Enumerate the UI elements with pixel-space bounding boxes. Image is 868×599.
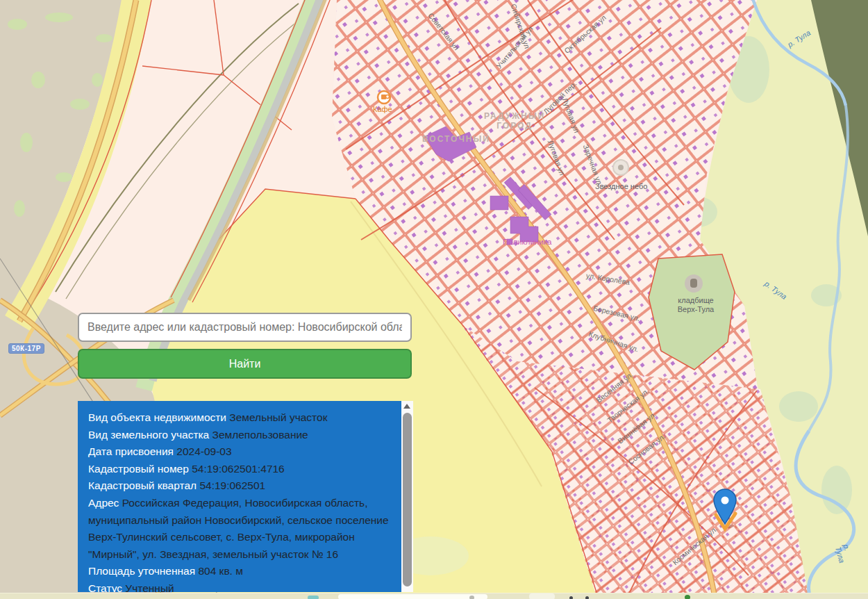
taskbar-icon: [529, 593, 555, 599]
parcel-info-text: Вид объекта недвижимости Земельный участ…: [78, 401, 401, 592]
taskbar-icon: [685, 595, 690, 599]
search-input[interactable]: [78, 313, 412, 342]
info-row-date: Дата присвоения 2024-09-03: [88, 443, 397, 461]
road-number-badge: 50К-17Р: [8, 343, 44, 354]
info-row-parcel-type: Вид земельного участка Землепользование: [88, 427, 397, 444]
panel-scrollbar[interactable]: [401, 401, 413, 592]
info-row-address: Адрес Российская Федерация, Новосибирска…: [88, 495, 397, 563]
info-row-status: Статус Учтенный: [88, 580, 397, 592]
taskbar-sliver: [0, 593, 868, 599]
scrollbar-thumb[interactable]: [403, 413, 412, 586]
info-row-cadastral-number: Кадастровый номер 54:19:062501:4716: [88, 461, 397, 478]
info-row-area: Площадь уточненная 804 кв. м: [88, 563, 397, 580]
taskbar-search-pill[interactable]: [338, 594, 487, 599]
taskbar-search-icon: [469, 596, 474, 599]
find-button[interactable]: Найти: [78, 349, 412, 379]
parcel-info-panel: Вид объекта недвижимости Земельный участ…: [78, 401, 413, 592]
taskbar-icon: [569, 596, 573, 599]
info-row-cadastral-block: Кадастровый квартал 54:19:062501: [88, 477, 397, 495]
taskbar-icon: [585, 596, 589, 599]
map-canvas[interactable]: Советская ул Сибирская ул Учительская ул…: [0, 0, 868, 599]
info-row-object-type: Вид объекта недвижимости Земельный участ…: [88, 409, 397, 427]
taskbar-icon: [308, 596, 319, 599]
scroll-up-icon[interactable]: [403, 404, 410, 409]
